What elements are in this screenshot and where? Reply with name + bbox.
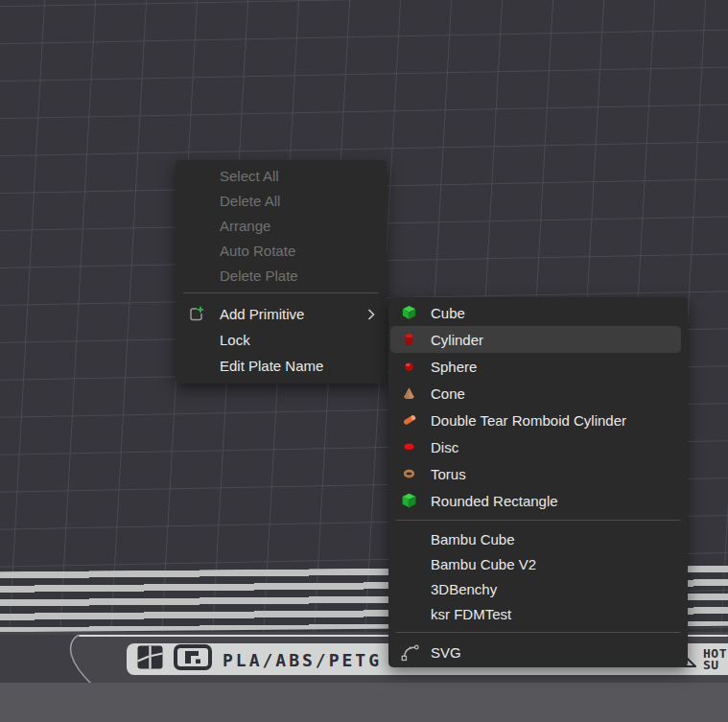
menu-item-label: Bambu Cube	[431, 531, 515, 547]
menu-item-label: Lock	[220, 332, 250, 348]
submenu-item-svg[interactable]: SVG	[390, 639, 681, 665]
submenu-item-torus[interactable]: Torus	[390, 460, 681, 487]
menu-item-label: 3DBenchy	[431, 581, 497, 597]
context-menu-item-select-all: Select All	[176, 163, 387, 188]
menu-item-label: Arrange	[220, 218, 270, 234]
menu-item-label: Torus	[431, 466, 466, 482]
submenu-item-cone[interactable]: Cone	[390, 380, 681, 407]
menu-item-label: Rounded Rectangle	[431, 493, 558, 509]
submenu-item-cube[interactable]: Cube	[390, 299, 681, 326]
add-primitive-icon	[187, 305, 205, 323]
menu-item-label: Add Primitive	[220, 306, 304, 322]
menu-item-label: Delete Plate	[220, 268, 298, 284]
romboid-cylinder-icon	[401, 411, 418, 429]
chevron-right-icon	[367, 309, 375, 320]
menu-item-label: Cone	[431, 385, 465, 402]
viewport: PLA/ABS/PETG HOT SU Select AllDelete All…	[0, 0, 728, 722]
menu-item-label: SVG	[431, 644, 461, 661]
submenu-item-cylinder[interactable]: Cylinder	[390, 326, 681, 353]
menu-item-label: Edit Plate Name	[220, 358, 323, 374]
context-menu-separator	[183, 292, 379, 293]
menu-item-label: Double Tear Romboid Cylinder	[431, 412, 626, 429]
context-menu-item-delete-all: Delete All	[176, 188, 387, 213]
bezier-curve-icon	[401, 642, 420, 662]
disc-icon	[401, 439, 417, 455]
rounded-rectangle-icon	[401, 493, 417, 509]
add-primitive-submenu: CubeCylinderSphereConeDouble Tear Romboi…	[388, 297, 688, 667]
submenu-item-double-tear-romboid-cylinder[interactable]: Double Tear Romboid Cylinder	[390, 407, 681, 433]
submenu-item-bambu-cube-v2[interactable]: Bambu Cube V2	[390, 551, 681, 576]
hot-surface-text: HOT SU	[703, 648, 728, 671]
submenu-item-sphere[interactable]: Sphere	[390, 353, 681, 380]
context-menu-item-arrange: Arrange	[176, 213, 387, 238]
cone-icon	[401, 385, 417, 402]
submenu-item-disc[interactable]: Disc	[390, 433, 681, 460]
cylinder-icon	[401, 332, 417, 348]
plate-type-icon	[174, 644, 212, 674]
menu-item-label: Select All	[220, 168, 279, 184]
context-menu-item-delete-plate: Delete Plate	[176, 263, 387, 288]
context-menu-item-lock[interactable]: Lock	[176, 327, 387, 353]
menu-item-label: Cylinder	[431, 332, 483, 348]
menu-item-label: Sphere	[431, 359, 477, 375]
submenu-item-rounded-rectangle[interactable]: Rounded Rectangle	[390, 487, 681, 514]
plate-corner-notch	[0, 635, 144, 685]
sphere-icon	[401, 359, 417, 375]
submenu-item-3dbenchy[interactable]: 3DBenchy	[390, 576, 681, 601]
cube-icon	[401, 305, 417, 321]
floor-background	[0, 683, 728, 722]
context-menu-item-auto-rotate: Auto Rotate	[176, 238, 387, 263]
plate-context-menu: Select AllDelete AllArrangeAuto RotateDe…	[176, 160, 387, 384]
context-menu-item-add-primitive[interactable]: Add Primitive	[176, 301, 387, 327]
menu-item-label: Cube	[431, 305, 465, 321]
menu-item-label: Delete All	[220, 193, 280, 209]
menu-item-label: Disc	[431, 439, 458, 455]
context-menu-item-edit-plate-name[interactable]: Edit Plate Name	[176, 353, 387, 379]
submenu-separator-models	[396, 520, 680, 521]
submenu-item-bambu-cube[interactable]: Bambu Cube	[390, 526, 681, 551]
menu-item-label: Bambu Cube V2	[431, 556, 536, 572]
menu-item-label: ksr FDMTest	[431, 606, 511, 622]
plate-material-label: PLA/ABS/PETG	[223, 649, 382, 670]
submenu-separator-svg	[396, 632, 680, 633]
bambu-logo-icon	[137, 645, 163, 673]
menu-item-label: Auto Rotate	[220, 243, 295, 259]
torus-icon	[401, 466, 417, 482]
submenu-item-ksr-fdmtest[interactable]: ksr FDMTest	[390, 601, 681, 626]
